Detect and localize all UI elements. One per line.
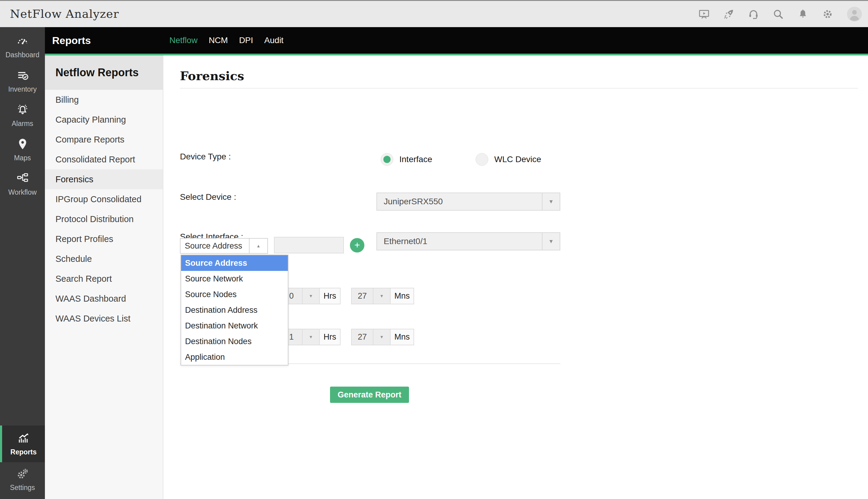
section-topbar: Reports Netflow NCM DPI Audit (45, 27, 868, 54)
rocket-icon[interactable] (723, 8, 735, 20)
sidebar-item-schedule[interactable]: Schedule (45, 249, 163, 269)
generate-report-button[interactable]: Generate Report (330, 387, 409, 403)
tab-audit[interactable]: Audit (264, 36, 284, 45)
radio-wlc-unselected[interactable] (476, 153, 488, 166)
inventory-icon (16, 69, 29, 83)
radio-label-wlc-device: WLC Device (494, 155, 541, 164)
radio-label-interface: Interface (399, 155, 432, 164)
chevron-down-icon[interactable]: ▼ (542, 193, 560, 210)
chevron-down-icon[interactable]: ▼ (373, 329, 390, 345)
chevron-up-icon[interactable]: ▲ (249, 239, 267, 253)
to-minutes-value[interactable]: 27 (352, 329, 373, 345)
settings-gear-icon[interactable] (822, 8, 834, 20)
alarms-bell-icon (16, 103, 29, 118)
criteria-value-input[interactable] (274, 237, 344, 253)
dropdown-option-source-address[interactable]: Source Address (181, 255, 288, 271)
rail-label-workflow: Workflow (8, 188, 36, 196)
notifications-bell-icon[interactable] (797, 8, 809, 20)
minutes-unit-label: Mns (390, 288, 414, 304)
radio-option-wlc-device[interactable]: WLC Device (476, 153, 541, 166)
to-hours-select[interactable]: 1 ▼ Hrs (280, 329, 341, 345)
interface-select[interactable]: Ethernet0/1 ▼ (377, 232, 560, 251)
netflow-analyzer-app: NetFlow Analyzer (0, 0, 868, 499)
search-icon[interactable] (772, 8, 784, 20)
to-minutes-select[interactable]: 27 ▼ Mns (351, 329, 414, 345)
rail-label-reports: Reports (11, 448, 37, 456)
dropdown-option-application[interactable]: Application (181, 349, 288, 365)
sidebar-item-waas-devices-list[interactable]: WAAS Devices List (45, 308, 163, 328)
sidebar-item-forensics[interactable]: Forensics (45, 169, 163, 189)
sidebar-item-protocol-distribution[interactable]: Protocol Distribution (45, 209, 163, 229)
rail-top-group: Dashboard Inventory (0, 29, 45, 201)
device-select[interactable]: JuniperSRX550 ▼ (377, 193, 560, 211)
from-minutes-value[interactable]: 27 (352, 288, 373, 304)
rail-item-settings[interactable]: Settings (0, 462, 45, 497)
device-type-label: Device Type : (180, 153, 231, 161)
section-title: Reports (52, 27, 91, 54)
chevron-down-icon[interactable]: ▼ (373, 288, 390, 304)
sidebar-item-search-report[interactable]: Search Report (45, 269, 163, 289)
from-minutes-select[interactable]: 27 ▼ Mns (351, 288, 414, 304)
rail-label-inventory: Inventory (8, 85, 37, 94)
rail-label-maps: Maps (14, 154, 31, 162)
add-criteria-button[interactable]: + (350, 238, 364, 253)
rail-label-dashboard: Dashboard (5, 51, 39, 59)
tab-ncm[interactable]: NCM (209, 36, 228, 45)
chevron-down-icon[interactable]: ▼ (302, 288, 319, 304)
rail-item-inventory[interactable]: Inventory (0, 64, 45, 98)
rail-bottom-group: Reports Settings (0, 425, 45, 497)
topbar-tabs: Netflow NCM DPI Audit (169, 27, 284, 54)
dropdown-option-destination-address[interactable]: Destination Address (181, 302, 288, 318)
reports-chart-icon (17, 431, 30, 446)
title-divider (180, 88, 858, 88)
sidebar-item-report-profiles[interactable]: Report Profiles (45, 229, 163, 249)
rail-item-workflow[interactable]: Workflow (0, 167, 45, 201)
chevron-down-icon[interactable]: ▼ (302, 329, 319, 345)
radio-dot (383, 156, 391, 163)
workflow-icon (16, 172, 29, 186)
netflow-reports-panel: Netflow Reports Billing Capacity Plannin… (45, 56, 163, 499)
support-headset-icon[interactable] (747, 8, 759, 20)
tab-netflow[interactable]: Netflow (169, 36, 197, 45)
rail-item-reports[interactable]: Reports (0, 425, 45, 462)
radio-option-interface[interactable]: Interface (381, 153, 432, 166)
dropdown-option-destination-nodes[interactable]: Destination Nodes (181, 333, 288, 349)
dashboard-icon (16, 34, 29, 49)
sidebar-item-compare-reports[interactable]: Compare Reports (45, 130, 163, 149)
rail-item-maps[interactable]: Maps (0, 133, 45, 167)
dropdown-option-source-network[interactable]: Source Network (181, 271, 288, 287)
sidebar-item-capacity-planning[interactable]: Capacity Planning (45, 110, 163, 130)
criteria-combobox[interactable]: Source Address ▲ (180, 238, 268, 254)
app-title: NetFlow Analyzer (10, 1, 119, 27)
panel-heading: Netflow Reports (45, 56, 163, 90)
dropdown-option-destination-network[interactable]: Destination Network (181, 318, 288, 333)
user-avatar[interactable] (846, 6, 863, 22)
interface-select-value: Ethernet0/1 (377, 233, 560, 250)
maps-pin-icon (16, 137, 29, 152)
presentation-demo-icon[interactable] (698, 8, 710, 20)
from-hours-select[interactable]: 0 ▼ Hrs (280, 288, 341, 304)
device-select-value: JuniperSRX550 (377, 193, 560, 210)
sidebar-item-consolidated-report[interactable]: Consolidated Report (45, 149, 163, 169)
sidebar-item-waas-dashboard[interactable]: WAAS Dashboard (45, 289, 163, 308)
select-device-label: Select Device : (180, 193, 236, 201)
chevron-down-icon[interactable]: ▼ (542, 233, 560, 250)
sidebar-item-ipgroup-consolidated[interactable]: IPGroup Consolidated (45, 189, 163, 209)
page-title: Forensics (180, 69, 244, 83)
radio-interface-selected[interactable] (381, 153, 393, 166)
settings-gears-icon (16, 467, 29, 482)
dropdown-option-source-nodes[interactable]: Source Nodes (181, 287, 288, 302)
rail-item-alarms[interactable]: Alarms (0, 98, 45, 133)
hours-unit-label: Hrs (319, 329, 340, 345)
left-nav-rail: Dashboard Inventory (0, 27, 45, 499)
forensics-form: Forensics Device Type : Interface WLC De… (163, 56, 868, 499)
sidebar-item-billing[interactable]: Billing (45, 90, 163, 110)
header-icon-group (698, 1, 863, 27)
tab-dpi[interactable]: DPI (239, 36, 253, 45)
minutes-unit-label: Mns (390, 329, 414, 345)
hours-unit-label: Hrs (319, 288, 340, 304)
rail-item-dashboard[interactable]: Dashboard (0, 29, 45, 64)
app-header: NetFlow Analyzer (0, 0, 868, 27)
rail-label-alarms: Alarms (12, 120, 34, 128)
criteria-dropdown-list: Source Address Source Network Source Nod… (181, 255, 289, 366)
